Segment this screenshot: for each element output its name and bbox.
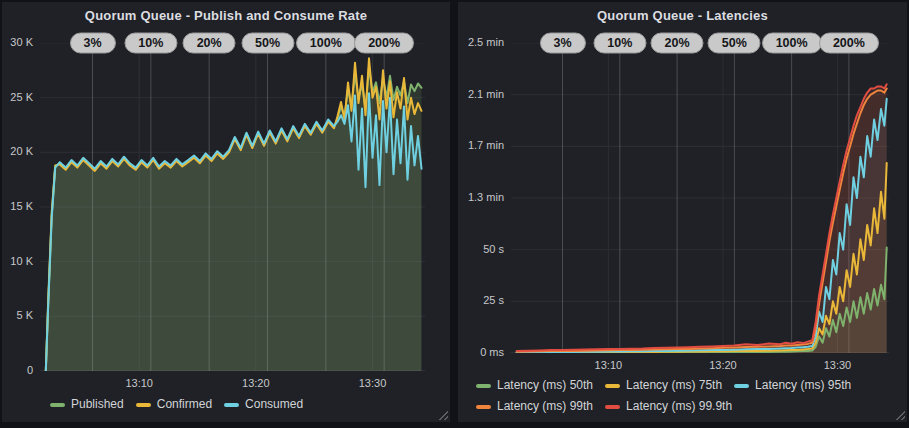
legend-label: Latency (ms) 99.9th	[626, 397, 732, 416]
x-axis-tick-label: 13:30	[351, 377, 395, 389]
annotation-pill[interactable]: 10%	[593, 33, 646, 54]
legend-swatch	[50, 403, 65, 407]
dashboard-row: Quorum Queue - Publish and Consume Rate …	[0, 0, 909, 424]
y-axis-tick-label: 50 s	[458, 243, 504, 255]
legend-item-latency-ms-50th[interactable]: Latency (ms) 50th	[476, 376, 593, 395]
annotation-pill[interactable]: 100%	[762, 33, 822, 54]
annotation-pill[interactable]: 10%	[124, 33, 177, 54]
legend-item-confirmed[interactable]: Confirmed	[136, 395, 212, 414]
x-axis-tick-label: 13:20	[701, 359, 745, 371]
x-axis-tick-label: 13:30	[815, 359, 859, 371]
x-axis-tick-label: 13:20	[234, 377, 278, 389]
legend-label: Published	[71, 395, 124, 414]
annotation-pill[interactable]: 50%	[241, 33, 294, 54]
y-axis-tick-label: 20 K	[2, 145, 33, 157]
legend-swatch	[476, 384, 491, 388]
y-axis-tick-label: 0 ms	[458, 346, 504, 358]
legend-label: Latency (ms) 95th	[755, 376, 851, 395]
legend: Latency (ms) 50thLatency (ms) 75thLatenc…	[476, 376, 856, 416]
annotation-pill[interactable]: 200%	[354, 33, 414, 54]
annotation-pill[interactable]: 20%	[183, 33, 236, 54]
plot-area[interactable]: 3%10%20%50%100%200%	[511, 43, 889, 353]
panel-latencies: Quorum Queue - Latencies 3%10%20%50%100%…	[458, 2, 907, 422]
y-axis-tick-label: 15 K	[2, 200, 33, 212]
legend-swatch	[224, 403, 239, 407]
legend: PublishedConfirmedConsumed	[50, 395, 440, 414]
panel-publish-consume-rate: Quorum Queue - Publish and Consume Rate …	[2, 2, 450, 422]
y-axis-tick-label: 30 K	[2, 36, 33, 48]
panel-resize-handle[interactable]	[895, 410, 905, 420]
annotation-pill[interactable]: 200%	[819, 33, 879, 54]
y-axis-tick-label: 25 s	[458, 294, 504, 306]
legend-swatch	[136, 403, 151, 407]
legend-swatch	[476, 405, 491, 409]
legend-item-latency-ms-75th[interactable]: Latency (ms) 75th	[605, 376, 722, 395]
legend-swatch	[605, 405, 620, 409]
legend-label: Confirmed	[157, 395, 212, 414]
annotation-pill[interactable]: 100%	[296, 33, 356, 54]
legend-label: Latency (ms) 99th	[497, 397, 593, 416]
x-axis-tick-label: 13:10	[117, 377, 161, 389]
legend-item-latency-ms-99th[interactable]: Latency (ms) 99th	[476, 397, 593, 416]
legend-item-published[interactable]: Published	[50, 395, 124, 414]
annotation-pill[interactable]: 3%	[539, 33, 585, 54]
y-axis-tick-label: 2.5 min	[458, 36, 504, 48]
legend-swatch	[605, 384, 620, 388]
legend-item-latency-ms-99.9th[interactable]: Latency (ms) 99.9th	[605, 397, 732, 416]
legend-label: Consumed	[245, 395, 303, 414]
y-axis-tick-label: 5 K	[2, 309, 33, 321]
grafana-dashboard: { "theme": { "page_bg": "#111217", "pane…	[0, 0, 909, 428]
y-axis-tick-label: 0	[2, 364, 33, 376]
y-axis-tick-label: 1.3 min	[458, 191, 504, 203]
panel-title[interactable]: Quorum Queue - Latencies	[458, 8, 907, 23]
annotation-pill[interactable]: 3%	[69, 33, 115, 54]
x-axis-tick-label: 13:10	[586, 359, 630, 371]
y-axis-tick-label: 10 K	[2, 255, 33, 267]
panel-title[interactable]: Quorum Queue - Publish and Consume Rate	[2, 8, 450, 23]
legend-label: Latency (ms) 50th	[497, 376, 593, 395]
legend-swatch	[734, 384, 749, 388]
chart-canvas[interactable]	[511, 43, 889, 353]
chart-canvas[interactable]	[40, 43, 425, 371]
y-axis-tick-label: 25 K	[2, 91, 33, 103]
annotation-pill[interactable]: 20%	[651, 33, 704, 54]
plot-area[interactable]: 3%10%20%50%100%200%	[40, 43, 425, 371]
y-axis-tick-label: 1.7 min	[458, 139, 504, 151]
legend-label: Latency (ms) 75th	[626, 376, 722, 395]
annotation-pill[interactable]: 50%	[708, 33, 761, 54]
legend-item-latency-ms-95th[interactable]: Latency (ms) 95th	[734, 376, 851, 395]
legend-item-consumed[interactable]: Consumed	[224, 395, 303, 414]
y-axis-tick-label: 2.1 min	[458, 88, 504, 100]
